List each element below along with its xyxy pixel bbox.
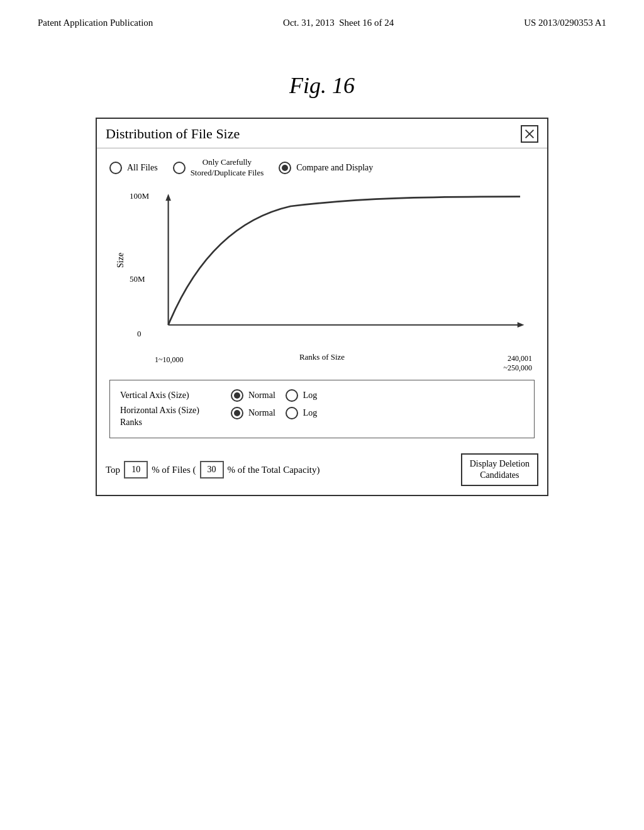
axis-options-box: Vertical Axis (Size) Normal Log Horizont… xyxy=(109,380,535,438)
header-right: US 2013/0290353 A1 xyxy=(524,18,606,28)
chart-svg xyxy=(155,191,528,342)
capacity-value: 30 xyxy=(208,465,216,475)
horizontal-log-circle xyxy=(286,407,298,419)
bottom-row: Top 10 % of Files ( 30 % of the Total Ca… xyxy=(97,447,547,495)
top-value: 10 xyxy=(131,465,140,475)
radio-row: All Files Only CarefullyStored/Duplicate… xyxy=(97,148,547,185)
y-tick-50m: 50M xyxy=(130,274,145,284)
horizontal-normal-radio[interactable]: Normal xyxy=(231,407,275,419)
top-value-input[interactable]: 10 xyxy=(124,461,148,479)
horizontal-axis-row: Horizontal Axis (Size)Ranks Normal Log xyxy=(120,404,524,429)
radio-label-carefully-stored: Only CarefullyStored/Duplicate Files xyxy=(191,157,264,179)
x-axis-label: Ranks of Size xyxy=(299,352,345,362)
y-tick-100m: 100M xyxy=(130,191,149,201)
radio-circle-carefully-stored xyxy=(173,162,186,174)
radio-compare-display[interactable]: Compare and Display xyxy=(279,162,373,174)
horizontal-normal-label: Normal xyxy=(248,408,275,418)
svg-marker-1 xyxy=(165,194,171,201)
pct-files-label: % of Files ( xyxy=(152,465,196,475)
pct-capacity-label: % of the Total Capacity) xyxy=(228,465,320,475)
radio-circle-compare-display xyxy=(279,162,291,174)
radio-all-files[interactable]: All Files xyxy=(109,162,158,174)
vertical-log-label: Log xyxy=(303,390,318,401)
horizontal-normal-circle xyxy=(231,407,243,419)
patent-header: Patent Application Publication Oct. 31, … xyxy=(0,0,644,35)
vertical-log-circle xyxy=(286,389,298,402)
y-axis-label: Size xyxy=(116,241,126,279)
svg-marker-3 xyxy=(518,322,525,328)
display-deletion-button[interactable]: Display DeletionCandidates xyxy=(461,453,538,486)
dialog-title: Distribution of File Size xyxy=(106,126,240,142)
radio-carefully-stored[interactable]: Only CarefullyStored/Duplicate Files xyxy=(173,157,264,179)
header-middle: Oct. 31, 2013 Sheet 16 of 24 xyxy=(283,18,394,28)
horizontal-log-radio[interactable]: Log xyxy=(286,407,318,419)
chart-area: Size 100M 50M 0 1~10,000 Ranks of Size 2… xyxy=(109,185,535,374)
vertical-normal-radio[interactable]: Normal xyxy=(231,389,275,402)
y-tick-0: 0 xyxy=(137,329,142,339)
capacity-value-input[interactable]: 30 xyxy=(200,461,224,479)
radio-label-compare-display: Compare and Display xyxy=(296,163,373,173)
x-tick-left: 1~10,000 xyxy=(155,355,184,365)
vertical-normal-circle xyxy=(231,389,243,402)
radio-label-all-files: All Files xyxy=(127,163,158,173)
x-tick-right: 240,001~250,000 xyxy=(504,354,533,374)
top-label: Top xyxy=(106,465,120,475)
vertical-axis-row: Vertical Axis (Size) Normal Log xyxy=(120,389,524,402)
figure-title: Fig. 16 xyxy=(0,72,644,99)
dialog-titlebar: Distribution of File Size xyxy=(97,119,547,148)
close-button[interactable] xyxy=(521,125,538,143)
dialog-box: Distribution of File Size All Files Only… xyxy=(96,118,548,496)
vertical-normal-label: Normal xyxy=(248,390,275,401)
vertical-log-radio[interactable]: Log xyxy=(286,389,318,402)
horizontal-axis-label: Horizontal Axis (Size)Ranks xyxy=(120,404,221,429)
header-left: Patent Application Publication xyxy=(38,18,153,28)
radio-circle-all-files xyxy=(109,162,122,174)
vertical-axis-label: Vertical Axis (Size) xyxy=(120,390,221,401)
horizontal-log-label: Log xyxy=(303,408,318,418)
